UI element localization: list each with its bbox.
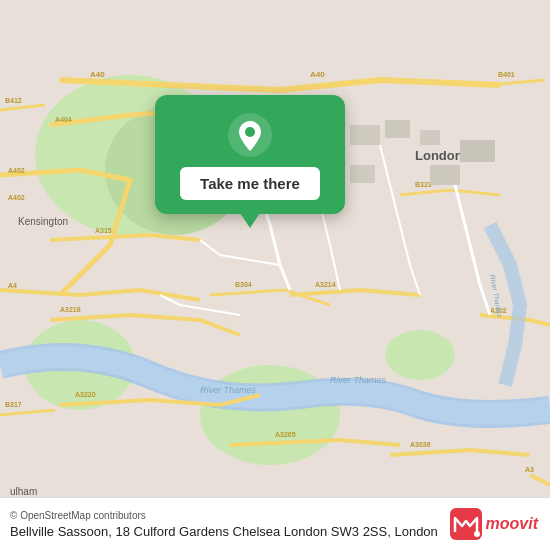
svg-text:London: London (415, 148, 463, 163)
svg-point-38 (245, 127, 255, 137)
svg-text:River Thames: River Thames (200, 385, 257, 395)
svg-text:B323: B323 (415, 181, 432, 188)
osm-credit: © OpenStreetMap contributors (10, 510, 438, 521)
svg-text:A4: A4 (8, 282, 17, 289)
svg-text:A3218: A3218 (60, 306, 81, 313)
moovit-logo: moovit (450, 508, 538, 540)
svg-rect-32 (385, 120, 410, 138)
bottom-bar: © OpenStreetMap contributors Bellville S… (0, 497, 550, 550)
location-pin-icon (228, 113, 272, 157)
svg-text:B412: B412 (5, 97, 22, 104)
svg-text:A402: A402 (8, 194, 25, 201)
location-text: Bellville Sassoon, 18 Culford Gardens Ch… (10, 524, 438, 539)
take-me-there-button[interactable]: Take me there (180, 167, 320, 200)
moovit-brand-icon (450, 508, 482, 540)
svg-text:ulham: ulham (10, 486, 37, 497)
svg-text:B401: B401 (498, 71, 515, 78)
svg-text:B317: B317 (5, 401, 22, 408)
svg-text:B304: B304 (235, 281, 252, 288)
svg-text:A402: A402 (8, 167, 25, 174)
svg-rect-36 (430, 165, 460, 185)
map-container: River Thames River Thames A40 A40 A404 A… (0, 0, 550, 550)
svg-text:A40: A40 (310, 70, 325, 79)
svg-rect-34 (460, 140, 495, 162)
svg-point-40 (474, 531, 480, 537)
svg-text:A3: A3 (525, 466, 534, 473)
bottom-left: © OpenStreetMap contributors Bellville S… (10, 510, 438, 539)
popup-card: Take me there (155, 95, 345, 214)
svg-text:A3205: A3205 (275, 431, 296, 438)
svg-text:A3214: A3214 (315, 281, 336, 288)
svg-rect-31 (350, 125, 380, 145)
svg-text:A3036: A3036 (410, 441, 431, 448)
svg-text:River Thames: River Thames (330, 375, 387, 385)
svg-rect-35 (350, 165, 375, 183)
svg-text:A3220: A3220 (75, 391, 96, 398)
svg-text:A40: A40 (90, 70, 105, 79)
map-svg: River Thames River Thames A40 A40 A404 A… (0, 0, 550, 550)
svg-point-5 (385, 330, 455, 380)
svg-text:A404: A404 (55, 116, 72, 123)
svg-text:A315: A315 (95, 227, 112, 234)
moovit-label: moovit (486, 515, 538, 533)
svg-rect-33 (420, 130, 440, 145)
svg-text:Kensington: Kensington (18, 216, 68, 227)
